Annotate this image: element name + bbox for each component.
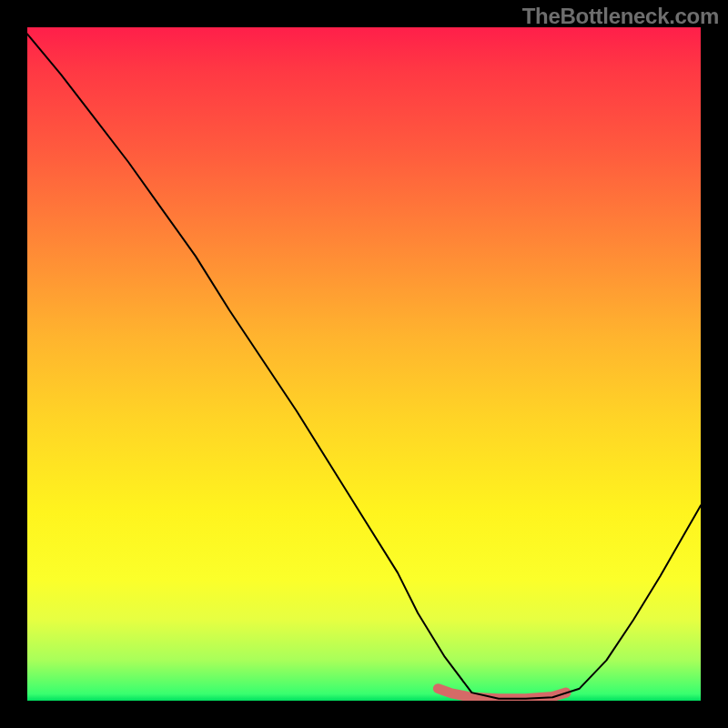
watermark: TheBottleneck.com <box>522 4 719 29</box>
chart-overlay <box>27 27 701 701</box>
bottleneck-curve-path <box>27 34 701 698</box>
chart-frame: TheBottleneck.com <box>0 0 728 728</box>
